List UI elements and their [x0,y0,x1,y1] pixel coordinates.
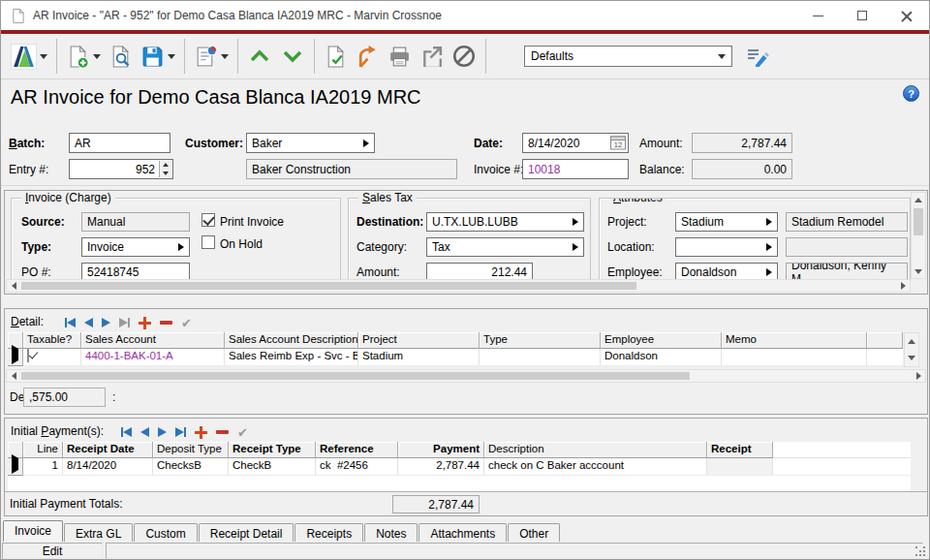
receipt-date-cell[interactable]: 8/14/2020 [63,458,153,476]
detail-grid-row[interactable]: 4400-1-BAK-01-A Sales Reimb Exp - Svc - … [8,349,903,366]
payments-grid-empty-area[interactable] [8,476,911,491]
add-row-button[interactable] [195,426,207,439]
scroll-up-icon[interactable] [912,193,925,206]
tab-attachments[interactable]: Attachments [418,523,507,542]
scroll-thumb[interactable] [21,282,636,290]
scroll-thumb[interactable] [914,208,923,235]
save-button[interactable] [137,37,179,76]
options-horizontal-scrollbar[interactable] [6,279,911,293]
invoice-number-field[interactable]: 10018 [522,159,629,179]
detail-vertical-scrollbar[interactable] [904,332,919,367]
detail-horizontal-scrollbar[interactable] [6,369,926,383]
lookup-arrow-icon[interactable] [363,140,369,147]
last-record-button[interactable] [119,318,130,327]
accept-row-button[interactable] [237,425,248,440]
lookup-arrow-icon[interactable] [766,268,772,276]
options-vertical-scrollbar[interactable] [911,192,926,279]
new-record-button[interactable] [62,37,105,76]
reroute-button[interactable] [352,37,384,76]
row-selector[interactable] [8,349,23,366]
type-cell[interactable] [480,349,601,366]
deposit-type-cell[interactable]: ChecksB [153,458,229,476]
lookup-arrow-icon[interactable] [573,243,578,251]
entry-spinner[interactable] [159,161,171,177]
lookup-arrow-icon[interactable] [573,218,578,226]
add-row-button[interactable] [139,317,151,329]
employee-cell[interactable]: Donaldson [601,349,722,366]
preview-button[interactable] [105,37,137,76]
delete-row-button[interactable] [216,430,229,434]
calendar-icon[interactable]: 12 [610,136,626,150]
help-icon[interactable]: ? [903,85,919,102]
lookup-arrow-icon[interactable] [766,218,772,226]
scroll-right-icon[interactable] [896,280,910,292]
next-record-button[interactable] [276,37,309,76]
project-field[interactable]: Stadium [675,212,778,232]
app-logo-button[interactable] [7,37,51,76]
destination-field[interactable]: U.TX.LUB.LUBB [426,212,584,232]
export-button[interactable] [416,37,448,76]
account-description-cell[interactable]: Sales Reimb Exp - Svc - Ba [225,349,358,366]
tab-extra-gl[interactable]: Extra GL [64,523,133,542]
taxable-cell[interactable] [23,349,81,366]
payments-grid-row[interactable]: 1 8/14/2020 ChecksB CheckB ck #2456 2,78… [8,458,911,476]
taxable-checkbox[interactable] [27,349,29,362]
resize-grip-icon[interactable] [915,546,926,557]
previous-record-button[interactable] [243,37,276,76]
sales-account-cell[interactable]: 4400-1-BAK-01-A [81,349,225,366]
project-cell[interactable]: Stadium [358,349,480,366]
delete-row-button[interactable] [160,321,172,325]
category-field[interactable]: Tax [426,237,584,257]
void-button[interactable] [448,37,480,76]
minimize-button[interactable] [795,1,840,30]
tab-custom[interactable]: Custom [134,523,197,542]
last-record-button[interactable] [175,427,186,437]
maximize-button[interactable] [840,1,884,30]
lookup-arrow-icon[interactable] [766,243,772,251]
receipt-type-cell[interactable]: CheckB [229,458,316,476]
tab-notes[interactable]: Notes [364,523,418,542]
date-field[interactable]: 8/14/2020 12 [522,133,629,153]
scroll-thumb[interactable] [21,372,690,380]
scroll-down-icon[interactable] [912,264,925,278]
on-hold-checkbox[interactable] [202,235,215,249]
scroll-right-icon[interactable] [912,370,925,382]
batch-field[interactable]: AR [69,133,170,153]
scroll-up-icon[interactable] [905,334,918,349]
post-button[interactable] [320,37,352,76]
next-record-button[interactable] [102,318,110,327]
spinner-up-icon[interactable] [160,161,171,170]
report-button[interactable] [190,37,232,76]
first-record-button[interactable] [65,318,76,327]
reference-cell[interactable]: ck #2456 [316,458,398,476]
close-button[interactable] [884,1,929,30]
scroll-left-icon[interactable] [7,370,20,382]
tab-invoice[interactable]: Invoice [3,520,63,542]
tab-other[interactable]: Other [508,523,560,542]
tab-receipt-detail[interactable]: Receipt Detail [199,523,294,542]
lookup-arrow-icon[interactable] [178,243,184,251]
previous-record-button[interactable] [84,318,93,327]
location-field[interactable] [675,237,778,257]
tab-receipts[interactable]: Receipts [294,523,363,542]
print-invoice-checkbox[interactable] [202,213,215,227]
previous-record-button[interactable] [140,427,149,437]
line-cell[interactable]: 1 [23,458,63,476]
description-cell[interactable]: check on C Baker acccount [484,458,707,476]
defaults-dropdown[interactable]: Defaults [524,46,732,67]
spinner-down-icon[interactable] [160,170,171,178]
next-record-button[interactable] [158,427,167,437]
first-record-button[interactable] [121,427,132,437]
row-selector[interactable] [8,458,23,476]
edit-defaults-button[interactable] [742,37,773,76]
scroll-down-icon[interactable] [905,351,918,365]
type-field[interactable]: Invoice [81,237,190,257]
scroll-left-icon[interactable] [7,280,20,292]
accept-row-button[interactable] [181,316,192,330]
payment-cell[interactable]: 2,787.44 [398,458,484,476]
customer-field[interactable]: Baker [246,133,375,153]
receipt-cell[interactable] [707,458,773,476]
entry-field[interactable]: 952 [69,159,173,179]
print-button[interactable] [384,37,416,76]
memo-cell[interactable] [722,349,867,366]
